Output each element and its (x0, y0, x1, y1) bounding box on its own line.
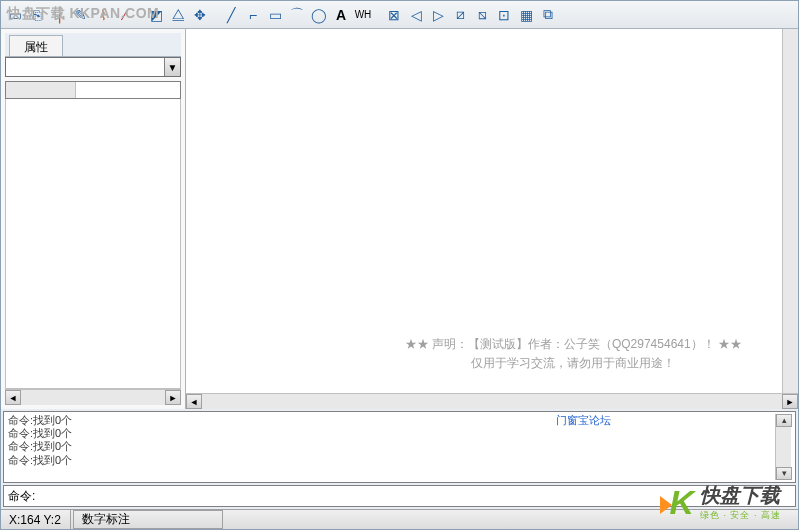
dropdown-arrow-icon[interactable]: ▼ (164, 58, 180, 76)
canvas-msg-line1: ★★ 声明：【测试版】作者：公子笑（QQ297454641）！ ★★ (405, 335, 742, 354)
tool-dimension-icon[interactable]: WH (353, 5, 373, 25)
tool-flip5-icon[interactable]: ⧅ (472, 5, 492, 25)
status-bar: X:164 Y:2 数字标注 (1, 509, 798, 529)
tool-redline-icon[interactable]: ∕ (115, 5, 135, 25)
canvas-area: ★★ 声明：【测试版】作者：公子笑（QQ297454641）！ ★★ 仅用于学习… (186, 29, 798, 409)
property-list (5, 99, 181, 389)
tool-flip6-icon[interactable]: ⊡ (494, 5, 514, 25)
sidebar-scrollbar: ◄ ► (5, 389, 181, 405)
tool-brush-icon[interactable]: ⌇ (93, 5, 113, 25)
tool-text-icon[interactable]: A (331, 5, 351, 25)
tool-polyline-icon[interactable]: ⌐ (243, 5, 263, 25)
toolbar-separator (214, 5, 217, 25)
canvas-vscroll[interactable] (782, 29, 798, 393)
tool-copy-icon[interactable]: ⎘ (27, 5, 47, 25)
tool-arc-icon[interactable]: ⌒ (287, 5, 307, 25)
forum-link[interactable]: 门窗宝论坛 (392, 414, 776, 480)
tool-separator-icon[interactable]: ⎮ (49, 5, 69, 25)
console-line: 命令:找到0个 (8, 427, 392, 440)
canvas-row: ★★ 声明：【测试版】作者：公子笑（QQ297454641）！ ★★ 仅用于学习… (186, 29, 798, 393)
scroll-left-icon[interactable]: ◄ (186, 394, 202, 409)
scroll-up-icon[interactable]: ▴ (776, 414, 792, 427)
tool-flip3-icon[interactable]: ▷ (428, 5, 448, 25)
console-output: 命令:找到0个 命令:找到0个 命令:找到0个 命令:找到0个 (8, 414, 392, 480)
console: 命令:找到0个 命令:找到0个 命令:找到0个 命令:找到0个 门窗宝论坛 ▴ … (3, 411, 796, 483)
console-content: 命令:找到0个 命令:找到0个 命令:找到0个 命令:找到0个 门窗宝论坛 ▴ … (4, 412, 795, 482)
tool-hatch-icon[interactable]: ◩ (146, 5, 166, 25)
tool-move-icon[interactable]: ✥ (190, 5, 210, 25)
scroll-down-icon[interactable]: ▾ (776, 467, 792, 480)
tool-line-icon[interactable]: ╱ (221, 5, 241, 25)
tool-rect-icon[interactable]: ▭ (265, 5, 285, 25)
command-line: 命令: (3, 485, 796, 507)
scroll-left-icon[interactable]: ◄ (5, 390, 21, 405)
canvas-message: ★★ 声明：【测试版】作者：公子笑（QQ297454641）！ ★★ 仅用于学习… (405, 335, 742, 373)
property-table (5, 81, 181, 99)
tool-box-icon[interactable]: ▭ (5, 5, 25, 25)
property-value-cell[interactable] (76, 82, 180, 98)
command-input[interactable] (39, 489, 791, 503)
console-vscroll[interactable]: ▴ ▾ (775, 414, 791, 480)
sidebar: 属性 ▼ ◄ ► (1, 29, 186, 409)
scroll-right-icon[interactable]: ► (782, 394, 798, 409)
middle-area: 属性 ▼ ◄ ► ★★ 声明：【测试版】作者：公子笑（QQ297454641）！… (1, 29, 798, 409)
sidebar-tabs: 属性 (5, 33, 181, 57)
tool-mirror-icon[interactable]: ⧋ (168, 5, 188, 25)
app-window: 快盘下载 KKPAN.COM ▭ ⎘ ⎮ ✎ ⌇ ∕ ◩ ⧋ ✥ ╱ ⌐ ▭ ⌒… (0, 0, 799, 530)
tool-circle-icon[interactable]: ◯ (309, 5, 329, 25)
property-dropdown[interactable]: ▼ (5, 57, 181, 77)
status-mode: 数字标注 (73, 510, 223, 529)
drawing-canvas[interactable]: ★★ 声明：【测试版】作者：公子笑（QQ297454641）！ ★★ 仅用于学习… (186, 29, 782, 393)
property-name-cell[interactable] (6, 82, 76, 98)
tool-pencil-icon[interactable]: ✎ (71, 5, 91, 25)
canvas-msg-line2: 仅用于学习交流，请勿用于商业用途！ (405, 354, 742, 373)
tool-flip1-icon[interactable]: ⊠ (384, 5, 404, 25)
command-label: 命令: (8, 488, 35, 505)
toolbar-separator (377, 5, 380, 25)
scroll-right-icon[interactable]: ► (165, 390, 181, 405)
tool-flip2-icon[interactable]: ◁ (406, 5, 426, 25)
console-line: 命令:找到0个 (8, 440, 392, 453)
tool-grid-icon[interactable]: ▦ (516, 5, 536, 25)
tool-flip4-icon[interactable]: ⧄ (450, 5, 470, 25)
console-line: 命令:找到0个 (8, 414, 392, 427)
tab-properties[interactable]: 属性 (9, 35, 63, 56)
status-coords: X:164 Y:2 (1, 510, 71, 529)
tool-flip7-icon[interactable]: ⧉ (538, 5, 558, 25)
toolbar: 快盘下载 KKPAN.COM ▭ ⎘ ⎮ ✎ ⌇ ∕ ◩ ⧋ ✥ ╱ ⌐ ▭ ⌒… (1, 1, 798, 29)
toolbar-separator (139, 5, 142, 25)
canvas-hscroll: ◄ ► (186, 393, 798, 409)
console-line: 命令:找到0个 (8, 454, 392, 467)
